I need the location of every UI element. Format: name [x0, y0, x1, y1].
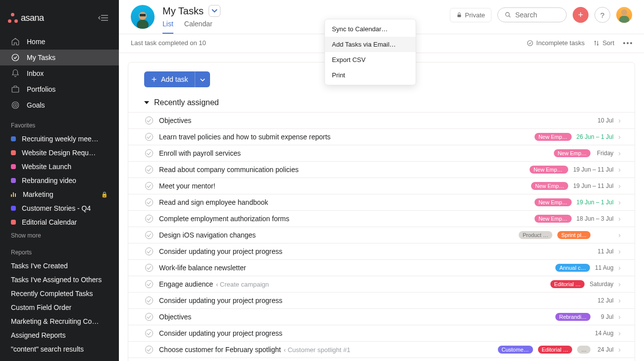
task-row[interactable]: Enroll with payroll services New Emp…Fri… — [128, 145, 635, 161]
collapse-sidebar-button[interactable] — [95, 10, 111, 26]
task-row[interactable]: Objectives 10 Jul› — [128, 112, 635, 128]
favorite-item[interactable]: Customer Stories - Q4 — [0, 201, 119, 215]
task-row[interactable]: Meet your mentor! New Emp…19 Jun – 11 Ju… — [128, 178, 635, 194]
help-button[interactable]: ? — [594, 7, 610, 23]
favorite-item[interactable]: Website Launch — [0, 160, 119, 174]
project-pill[interactable]: Sprint pl… — [557, 231, 590, 239]
due-date[interactable]: 19 Jun – 11 Jul — [573, 182, 613, 189]
task-row[interactable]: Consider updating your project progress … — [128, 243, 635, 259]
complete-checkbox[interactable] — [145, 247, 153, 255]
complete-checkbox[interactable] — [145, 198, 153, 206]
due-date[interactable]: 12 Jul — [595, 297, 613, 304]
due-date[interactable]: 11 Jul — [595, 248, 613, 255]
complete-checkbox[interactable] — [145, 149, 153, 157]
search-box[interactable] — [497, 7, 567, 22]
profile-avatar[interactable] — [131, 5, 155, 29]
filter-incomplete-button[interactable]: Incomplete tasks — [527, 39, 585, 47]
dropdown-item[interactable]: Export CSV — [325, 52, 416, 67]
due-date[interactable]: Saturday — [590, 281, 613, 288]
task-row[interactable]: Consider updating your project progress … — [128, 325, 635, 341]
project-pill[interactable]: Editorial … — [550, 280, 585, 288]
project-pill[interactable]: New Emp… — [531, 182, 568, 190]
report-item[interactable]: "content" search results — [0, 342, 119, 356]
due-date[interactable]: 10 Jul — [595, 117, 613, 124]
favorite-item[interactable]: Website Design Requ… — [0, 146, 119, 160]
tab-calendar[interactable]: Calendar — [184, 20, 213, 34]
task-row[interactable]: Learn travel policies and how to submit … — [128, 128, 635, 145]
project-pill[interactable]: New Emp… — [535, 215, 572, 223]
favorite-item[interactable]: Editorial Calendar — [0, 215, 119, 229]
project-pill[interactable]: Annual c… — [555, 264, 590, 272]
due-date[interactable]: 14 Aug — [595, 330, 613, 337]
task-row[interactable]: Content Task 13 Aug› — [128, 358, 635, 361]
favorite-item[interactable]: Marketing🔒 — [0, 187, 119, 201]
due-date[interactable]: 19 Jun – 11 Jul — [573, 166, 613, 173]
task-row[interactable]: Choose customer for February spotlight ‹… — [128, 341, 635, 358]
project-pill[interactable]: New Emp… — [535, 133, 572, 141]
project-pill[interactable]: New Emp… — [535, 198, 572, 206]
due-date[interactable]: 24 Jul — [595, 346, 613, 353]
project-pill[interactable]: Custome… — [498, 346, 533, 354]
complete-checkbox[interactable] — [145, 280, 153, 288]
report-item[interactable]: Recently Completed Tasks — [0, 287, 119, 301]
user-avatar[interactable] — [616, 7, 632, 23]
complete-checkbox[interactable] — [145, 231, 153, 239]
project-pill[interactable]: Rebrandi… — [555, 313, 591, 321]
dropdown-item[interactable]: Add Tasks via Email… — [325, 37, 416, 52]
project-pill[interactable]: … — [577, 346, 590, 354]
complete-checkbox[interactable] — [145, 215, 153, 223]
report-item[interactable]: Custom Field Order — [0, 301, 119, 314]
task-row[interactable]: Read about company communication policie… — [128, 161, 635, 178]
sort-button[interactable]: Sort — [593, 39, 614, 47]
complete-checkbox[interactable] — [145, 166, 153, 174]
dropdown-item[interactable]: Print — [325, 67, 416, 83]
task-row[interactable]: Objectives Rebrandi…9 Jul› — [128, 308, 635, 325]
task-row[interactable]: Design iOS navigation changes Product …S… — [128, 227, 635, 243]
tab-list[interactable]: List — [162, 20, 173, 34]
due-date[interactable]: 19 Jun – 1 Jul — [577, 199, 614, 206]
due-date[interactable]: 9 Jul — [595, 313, 613, 320]
nav-home[interactable]: Home — [0, 34, 119, 50]
complete-checkbox[interactable] — [145, 329, 153, 337]
complete-checkbox[interactable] — [145, 297, 153, 304]
nav-inbox[interactable]: Inbox — [0, 65, 119, 81]
parent-task-crumb[interactable]: ‹ Customer spotlight #1 — [284, 346, 350, 354]
favorite-item[interactable]: Rebranding video — [0, 174, 119, 187]
due-date[interactable]: 26 Jun – 1 Jul — [577, 133, 614, 140]
task-row[interactable]: Engage audience ‹ Create campaignEditori… — [128, 276, 635, 292]
complete-checkbox[interactable] — [145, 313, 153, 321]
show-more-favorites[interactable]: Show more — [0, 229, 119, 242]
complete-checkbox[interactable] — [145, 264, 153, 272]
due-date[interactable]: 18 Jun – 3 Jul — [577, 215, 614, 222]
project-pill[interactable]: Editorial … — [538, 346, 573, 354]
task-row[interactable]: Consider updating your project progress … — [128, 292, 635, 308]
nav-goals[interactable]: Goals — [0, 97, 119, 113]
add-task-dropdown-button[interactable] — [195, 71, 210, 87]
task-row[interactable]: Read and sign employee handbook New Emp…… — [128, 194, 635, 210]
due-date[interactable]: Friday — [595, 150, 613, 157]
project-pill[interactable]: New Emp… — [554, 149, 591, 157]
add-task-button[interactable]: Add task — [144, 71, 195, 87]
parent-task-crumb[interactable]: ‹ Create campaign — [216, 281, 269, 288]
due-date[interactable]: 11 Aug — [595, 264, 613, 271]
task-row[interactable]: Complete employment authorization forms … — [128, 210, 635, 227]
complete-checkbox[interactable] — [145, 133, 153, 141]
visibility-button[interactable]: Private — [450, 8, 491, 22]
project-pill[interactable]: New Empo… — [530, 166, 568, 174]
complete-checkbox[interactable] — [145, 117, 153, 124]
report-item[interactable]: Assigned Reports — [0, 328, 119, 342]
title-dropdown-button[interactable] — [209, 5, 220, 17]
project-pill[interactable]: Product … — [519, 231, 552, 239]
report-item[interactable]: Marketing & Recruiting Co… — [0, 314, 119, 328]
global-add-button[interactable]: + — [573, 7, 589, 23]
section-header[interactable]: Recently assigned — [128, 96, 635, 112]
more-actions-button[interactable] — [623, 42, 632, 44]
favorite-item[interactable]: Recruiting weekly mee… — [0, 132, 119, 146]
logo[interactable]: asana — [8, 13, 44, 23]
nav-portfolios[interactable]: Portfolios — [0, 81, 119, 97]
nav-my-tasks[interactable]: My Tasks — [0, 50, 119, 65]
report-item[interactable]: Tasks I've Assigned to Others — [0, 273, 119, 287]
dropdown-item[interactable]: Sync to Calendar… — [325, 21, 416, 37]
complete-checkbox[interactable] — [145, 182, 153, 190]
report-item[interactable]: Tasks I've Created — [0, 259, 119, 273]
